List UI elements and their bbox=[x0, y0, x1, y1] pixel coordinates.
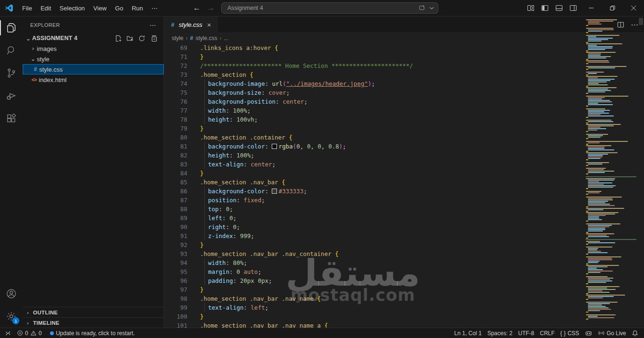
code-line[interactable]: 95margin: 0 auto; bbox=[164, 267, 644, 276]
scrollbar-thumb[interactable] bbox=[639, 18, 643, 25]
accounts-icon[interactable] bbox=[0, 282, 23, 305]
code-line[interactable]: 85.home_section .nav_bar { bbox=[164, 178, 644, 187]
code-editor[interactable]: 69.links_icons a:hover {71}72/**********… bbox=[164, 43, 644, 328]
tree-item-images[interactable]: › images bbox=[23, 43, 164, 54]
line-number[interactable]: 96 bbox=[164, 276, 187, 285]
close-window-button[interactable] bbox=[623, 0, 644, 16]
line-number[interactable]: 77 bbox=[164, 106, 187, 115]
toggle-primary-sidebar-icon[interactable] bbox=[538, 0, 552, 16]
explorer-icon[interactable] bbox=[0, 16, 23, 39]
code-line[interactable]: 86background-color: #333333; bbox=[164, 187, 644, 196]
new-file-icon[interactable] bbox=[115, 35, 122, 42]
code-line[interactable]: 82height: 100%; bbox=[164, 151, 644, 160]
menu-overflow-icon[interactable]: ⋯ bbox=[147, 5, 162, 12]
code-line[interactable]: 97} bbox=[164, 285, 644, 294]
nav-back-icon[interactable]: ← bbox=[193, 4, 201, 12]
language-mode[interactable]: { } CSS bbox=[558, 328, 582, 338]
line-number[interactable]: 79 bbox=[164, 124, 187, 133]
code-line[interactable]: 80.home_section .container { bbox=[164, 133, 644, 142]
line-number[interactable]: 74 bbox=[164, 79, 187, 88]
tab-close-icon[interactable]: × bbox=[206, 21, 212, 29]
toggle-secondary-sidebar-icon[interactable] bbox=[566, 0, 580, 16]
sidebar-more-icon[interactable]: ⋯ bbox=[150, 21, 156, 29]
minimize-button[interactable] bbox=[580, 0, 602, 16]
code-line[interactable]: 81background-color: rgba(0, 0, 0, 0.8); bbox=[164, 142, 644, 151]
line-number[interactable]: 101 bbox=[164, 321, 187, 328]
line-number[interactable]: 87 bbox=[164, 196, 187, 205]
go-live-button[interactable]: Go Live bbox=[595, 328, 629, 338]
line-number[interactable]: 94 bbox=[164, 258, 187, 267]
line-number[interactable]: 80 bbox=[164, 133, 187, 142]
code-line[interactable]: 99text-align: left; bbox=[164, 303, 644, 312]
code-line[interactable]: 89left: 0; bbox=[164, 214, 644, 223]
menu-view[interactable]: View bbox=[89, 0, 111, 16]
tab-style-css[interactable]: # style.css × bbox=[164, 16, 217, 33]
notifications-bell-icon[interactable] bbox=[629, 328, 641, 338]
breadcrumb[interactable]: style › # style.css › ... bbox=[164, 33, 644, 43]
line-number[interactable]: 85 bbox=[164, 178, 187, 187]
menu-go[interactable]: Go bbox=[111, 0, 127, 16]
line-number[interactable]: 95 bbox=[164, 267, 187, 276]
line-number[interactable]: 81 bbox=[164, 142, 187, 151]
restore-button[interactable] bbox=[602, 0, 623, 16]
settings-gear-icon[interactable]: 1 bbox=[0, 305, 23, 328]
chevron-down-icon[interactable] bbox=[429, 6, 434, 10]
code-line[interactable]: 75background-size: cover; bbox=[164, 88, 644, 97]
code-line[interactable]: 100} bbox=[164, 312, 644, 321]
menu-edit[interactable]: Edit bbox=[36, 0, 55, 16]
tree-item-index-html[interactable]: <> index.html bbox=[23, 74, 164, 85]
code-line[interactable]: 93.home_section .nav_bar .nav_container … bbox=[164, 249, 644, 258]
line-number[interactable]: 76 bbox=[164, 97, 187, 106]
tree-item-style[interactable]: ⌄ style bbox=[23, 54, 164, 64]
line-number[interactable]: 69 bbox=[164, 43, 187, 52]
remote-indicator[interactable] bbox=[0, 328, 14, 338]
new-folder-icon[interactable] bbox=[126, 35, 134, 42]
code-line[interactable]: 88top: 0; bbox=[164, 205, 644, 214]
line-number[interactable]: 91 bbox=[164, 231, 187, 240]
code-line[interactable]: 94width: 80%; bbox=[164, 258, 644, 267]
copilot-icon[interactable] bbox=[418, 5, 426, 11]
code-line[interactable]: 76background-position: center; bbox=[164, 97, 644, 106]
customize-layout-icon[interactable] bbox=[524, 0, 538, 16]
line-number[interactable]: 75 bbox=[164, 88, 187, 97]
line-number[interactable]: 97 bbox=[164, 285, 187, 294]
code-line[interactable]: 83text-align: center; bbox=[164, 160, 644, 169]
code-line[interactable]: 79} bbox=[164, 124, 644, 133]
line-number[interactable]: 82 bbox=[164, 151, 187, 160]
line-number[interactable]: 93 bbox=[164, 249, 187, 258]
line-number[interactable]: 88 bbox=[164, 205, 187, 214]
code-line[interactable]: 78height: 100vh; bbox=[164, 115, 644, 124]
breadcrumb-folder[interactable]: style bbox=[172, 35, 184, 41]
code-line[interactable]: 98.home_section .nav_bar .nav_name { bbox=[164, 294, 644, 303]
indentation-setting[interactable]: Spaces: 2 bbox=[485, 328, 515, 338]
run-debug-icon[interactable] bbox=[0, 84, 23, 107]
extensions-icon[interactable] bbox=[0, 107, 23, 130]
eol-setting[interactable]: CRLF bbox=[537, 328, 557, 338]
cursor-position[interactable]: Ln 1, Col 1 bbox=[452, 328, 485, 338]
line-number[interactable]: 90 bbox=[164, 223, 187, 231]
timeline-panel-header[interactable]: › TIMELINE bbox=[23, 317, 164, 328]
problems-indicator[interactable]: 0 0 bbox=[14, 328, 44, 338]
line-number[interactable]: 83 bbox=[164, 160, 187, 169]
encoding-setting[interactable]: UTF-8 bbox=[515, 328, 537, 338]
code-line[interactable]: 71} bbox=[164, 52, 644, 61]
color-swatch[interactable] bbox=[272, 144, 277, 149]
code-line[interactable]: 77width: 100%; bbox=[164, 106, 644, 115]
menu-file[interactable]: File bbox=[18, 0, 36, 16]
code-line[interactable]: 101.home_section .nav_bar .nav_name a { bbox=[164, 321, 644, 328]
code-line[interactable]: 92} bbox=[164, 240, 644, 249]
command-center-search[interactable]: Assignment 4 bbox=[221, 2, 438, 14]
outline-panel-header[interactable]: › OUTLINE bbox=[23, 307, 164, 317]
code-line[interactable]: 72/********************** Home Section *… bbox=[164, 61, 644, 70]
line-number[interactable]: 72 bbox=[164, 61, 187, 70]
line-number[interactable]: 73 bbox=[164, 70, 187, 79]
breadcrumb-file[interactable]: style.css bbox=[195, 35, 217, 41]
line-number[interactable]: 78 bbox=[164, 115, 187, 124]
line-number[interactable]: 86 bbox=[164, 187, 187, 196]
line-number[interactable]: 98 bbox=[164, 294, 187, 303]
menu-run[interactable]: Run bbox=[127, 0, 147, 16]
editor-scrollbar[interactable] bbox=[637, 16, 644, 328]
code-line[interactable]: 69.links_icons a:hover { bbox=[164, 43, 644, 52]
line-number[interactable]: 99 bbox=[164, 303, 187, 312]
collapse-all-icon[interactable] bbox=[150, 35, 157, 42]
